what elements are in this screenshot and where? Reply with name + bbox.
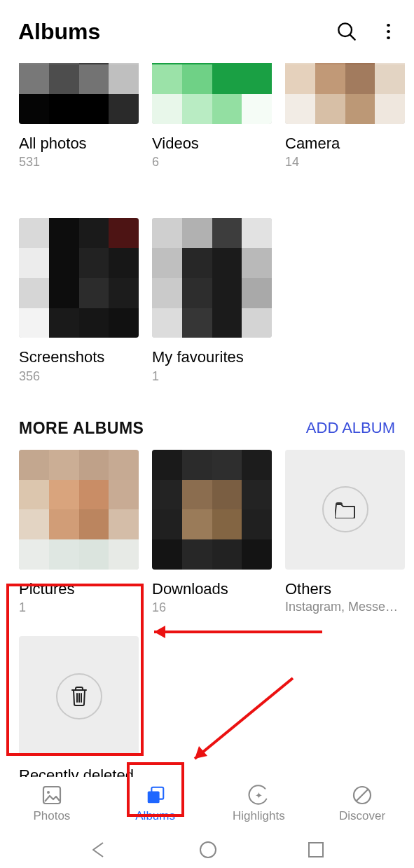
album-thumb bbox=[19, 218, 139, 338]
album-count: 531 bbox=[19, 155, 139, 170]
svg-line-1 bbox=[350, 35, 355, 40]
more-icon[interactable] bbox=[380, 24, 396, 39]
svg-point-3 bbox=[47, 791, 50, 794]
album-title: Videos bbox=[152, 135, 272, 153]
photos-icon bbox=[41, 785, 62, 806]
album-subtitle: Instagram, Messenge… bbox=[285, 600, 405, 615]
nav-label: Photos bbox=[33, 809, 70, 823]
album-count: 1 bbox=[19, 600, 139, 615]
search-icon[interactable] bbox=[337, 22, 357, 41]
svg-rect-5 bbox=[147, 791, 159, 803]
album-title: Others bbox=[285, 580, 405, 598]
recent-icon[interactable] bbox=[307, 841, 325, 859]
albums-icon bbox=[145, 784, 166, 806]
album-screenshots[interactable]: Screenshots 356 bbox=[19, 218, 139, 383]
album-downloads[interactable]: Downloads 16 bbox=[152, 450, 272, 615]
album-favourites[interactable]: My favourites 1 bbox=[152, 218, 272, 383]
trash-icon bbox=[70, 686, 88, 707]
svg-rect-10 bbox=[309, 843, 323, 857]
nav-albums[interactable]: Albums bbox=[104, 777, 207, 831]
album-recently-deleted[interactable]: Recently deleted 1 bbox=[19, 636, 139, 778]
album-title: My favourites bbox=[152, 348, 272, 366]
home-icon[interactable] bbox=[198, 840, 218, 860]
album-title: All photos bbox=[19, 135, 139, 153]
album-pictures[interactable]: Pictures 1 bbox=[19, 450, 139, 615]
nav-discover[interactable]: Discover bbox=[310, 777, 414, 831]
album-others[interactable]: Others Instagram, Messenge… bbox=[285, 450, 405, 615]
nav-photos[interactable]: Photos bbox=[0, 777, 104, 831]
nav-highlights[interactable]: ✦ Highlights bbox=[207, 777, 311, 831]
highlights-icon: ✦ bbox=[248, 784, 269, 806]
folder-icon bbox=[335, 500, 356, 518]
album-thumb bbox=[19, 636, 139, 756]
system-nav bbox=[0, 831, 414, 868]
album-thumb bbox=[152, 450, 272, 570]
album-thumb bbox=[19, 450, 139, 570]
album-count: 356 bbox=[19, 369, 139, 384]
album-count: 6 bbox=[152, 155, 272, 170]
svg-line-8 bbox=[357, 790, 368, 801]
discover-icon bbox=[352, 785, 373, 806]
add-album-button[interactable]: ADD ALBUM bbox=[306, 419, 395, 437]
album-count: 16 bbox=[152, 600, 272, 615]
album-title: Screenshots bbox=[19, 348, 139, 366]
more-albums-heading: MORE ALBUMS bbox=[19, 419, 144, 438]
nav-label: Highlights bbox=[233, 809, 285, 823]
bottom-nav: Photos Albums ✦ Highlights Discover bbox=[0, 777, 414, 831]
header-bar: Albums bbox=[0, 0, 414, 63]
nav-label: Discover bbox=[339, 809, 385, 823]
album-title: Pictures bbox=[19, 580, 139, 598]
nav-label: Albums bbox=[135, 809, 175, 823]
album-title: Camera bbox=[285, 135, 405, 153]
svg-point-9 bbox=[200, 842, 216, 857]
back-icon[interactable] bbox=[89, 840, 109, 860]
svg-text:✦: ✦ bbox=[255, 790, 263, 801]
page-title: Albums bbox=[18, 19, 337, 45]
album-title: Downloads bbox=[152, 580, 272, 598]
album-count: 1 bbox=[152, 369, 272, 384]
album-thumb bbox=[152, 218, 272, 338]
album-count: 14 bbox=[285, 155, 405, 170]
album-thumb bbox=[285, 450, 405, 570]
